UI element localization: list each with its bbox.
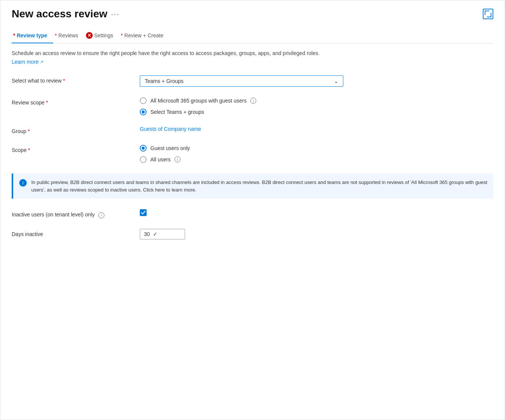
scope-control: Guest users only All users i	[140, 145, 493, 163]
inactive-users-row: Inactive users (on tenant level) only i	[12, 209, 493, 218]
scope-option-select-teams[interactable]: Select Teams + groups	[140, 109, 493, 115]
page-title-row: New access review ···	[12, 8, 119, 20]
group-row: Group * Guests of Company name	[12, 126, 493, 134]
scope-option-all-365-label: All Microsoft 365 groups with guest user…	[150, 98, 246, 104]
dropdown-value: Teams + Groups	[145, 78, 184, 84]
select-what-control: Teams + Groups ⌄	[140, 75, 493, 87]
info-banner: i In public preview, B2B direct connect …	[12, 173, 493, 199]
required-star: *	[63, 78, 65, 84]
review-scope-radio-group: All Microsoft 365 groups with guest user…	[140, 97, 493, 115]
info-banner-text: In public preview, B2B direct connect us…	[31, 179, 487, 193]
days-inactive-value: 30	[144, 231, 150, 237]
inactive-users-label: Inactive users (on tenant level) only i	[12, 209, 140, 218]
chevron-down-icon: ⌄	[334, 78, 338, 84]
group-link[interactable]: Guests of Company name	[140, 126, 201, 132]
scope2-option-guest-label: Guest users only	[150, 145, 190, 151]
review-scope-control: All Microsoft 365 groups with guest user…	[140, 97, 493, 115]
days-inactive-control: 30 ✓	[140, 229, 493, 239]
scope-label: Scope *	[12, 145, 140, 153]
required-star-review-create: *	[121, 32, 122, 38]
tab-settings[interactable]: ✕ Settings	[84, 29, 119, 43]
review-scope-row: Review scope * All Microsoft 365 groups …	[12, 97, 493, 115]
radio-guest-only[interactable]	[140, 145, 147, 152]
settings-error-icon: ✕	[86, 32, 93, 39]
inactive-users-checkbox[interactable]	[140, 209, 147, 216]
page-title: New access review	[12, 8, 107, 20]
scope2-option-guest[interactable]: Guest users only	[140, 145, 493, 152]
scope2-option-all-users-label: All users	[150, 156, 171, 162]
required-star-scope2: *	[28, 147, 30, 153]
tab-review-create-label: Review + Create	[124, 32, 164, 38]
inactive-users-control	[140, 209, 493, 216]
info-icon-all-users: i	[174, 156, 181, 162]
tab-reviews-label: Reviews	[58, 32, 78, 38]
required-star-reviews: *	[55, 32, 57, 38]
days-inactive-row: Days inactive 30 ✓	[12, 229, 493, 239]
radio-select-teams[interactable]	[140, 109, 147, 115]
group-label: Group *	[12, 126, 140, 134]
required-star-scope: *	[46, 100, 48, 106]
select-what-row: Select what to review * Teams + Groups ⌄	[12, 75, 493, 87]
scope-row: Scope * Guest users only All users i	[12, 145, 493, 163]
description-text: Schedule an access review to ensure the …	[12, 49, 493, 57]
ellipsis-menu-button[interactable]: ···	[111, 10, 120, 18]
tab-review-create[interactable]: * Review + Create	[119, 29, 169, 43]
required-star-group: *	[28, 128, 30, 134]
tab-review-type[interactable]: * Review type	[12, 29, 53, 43]
learn-more-link[interactable]: Learn more ↗	[12, 59, 43, 65]
required-star-review-type: *	[13, 32, 15, 38]
external-link-icon: ↗	[40, 60, 43, 64]
tab-bar: * Review type * Reviews ✕ Settings * Rev…	[12, 29, 493, 43]
learn-more-text: Learn more	[12, 59, 39, 65]
select-what-label: Select what to review *	[12, 75, 140, 84]
tab-settings-label: Settings	[94, 32, 113, 38]
page-header: New access review ···	[12, 8, 493, 20]
description-section: Schedule an access review to ensure the …	[12, 49, 493, 65]
tab-reviews[interactable]: * Reviews	[53, 29, 84, 43]
scope-radio-group: Guest users only All users i	[140, 145, 493, 163]
page-wrapper: New access review ··· * Review type * Re…	[0, 0, 505, 420]
form-section: Select what to review * Teams + Groups ⌄…	[12, 75, 493, 239]
radio-all-users[interactable]	[140, 156, 147, 163]
info-icon-all-365: i	[250, 98, 256, 104]
radio-all-365[interactable]	[140, 97, 147, 104]
scope-option-select-teams-label: Select Teams + groups	[150, 109, 204, 115]
checkmark-icon	[141, 210, 145, 215]
group-control: Guests of Company name	[140, 126, 493, 132]
info-banner-icon: i	[19, 179, 27, 187]
scope-option-all-365[interactable]: All Microsoft 365 groups with guest user…	[140, 97, 493, 104]
checkmark-days-icon: ✓	[153, 231, 158, 237]
days-inactive-label: Days inactive	[12, 229, 140, 237]
scope2-option-all-users[interactable]: All users i	[140, 156, 493, 163]
tab-review-type-label: Review type	[17, 32, 47, 38]
select-what-dropdown[interactable]: Teams + Groups ⌄	[140, 75, 343, 87]
info-icon-inactive: i	[98, 212, 104, 218]
focus-mode-button[interactable]	[483, 9, 493, 19]
review-scope-label: Review scope *	[12, 97, 140, 106]
days-inactive-input[interactable]: 30 ✓	[140, 229, 185, 239]
